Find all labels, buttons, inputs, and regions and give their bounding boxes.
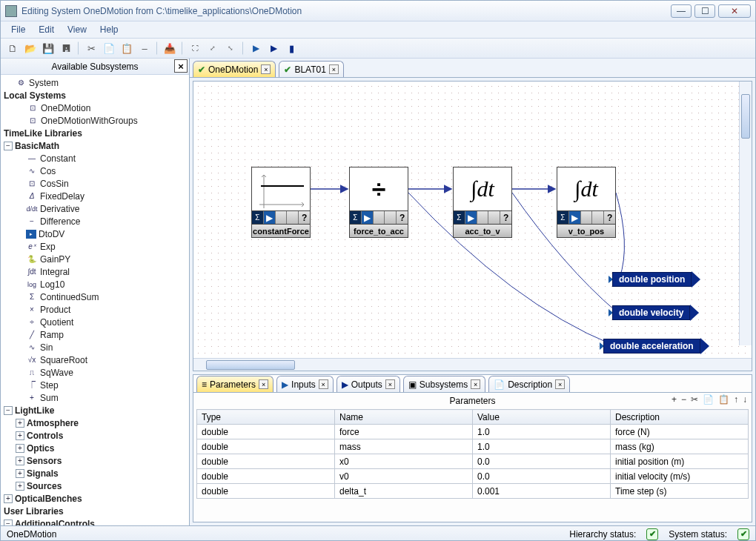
help-icon[interactable]: ? <box>397 211 408 224</box>
slot-icon[interactable] <box>385 211 397 224</box>
menu-view[interactable]: View <box>62 23 93 36</box>
horizontal-scrollbar[interactable] <box>193 358 752 371</box>
cell[interactable]: mass (kg) <box>611 439 749 454</box>
canvas[interactable]: Σ▶? constantForce ÷ Σ▶? force_to_acc ∫dt… <box>193 82 752 358</box>
sigma-icon[interactable]: Σ <box>454 211 465 224</box>
collapse-icon[interactable]: ⤡ <box>223 41 238 56</box>
col-value[interactable]: Value <box>473 410 611 425</box>
menu-file[interactable]: File <box>5 23 31 36</box>
tree-system[interactable]: System <box>29 78 59 88</box>
tree-local-systems[interactable]: Local Systems <box>4 90 66 101</box>
table-row[interactable]: doubleforce1.0force (N) <box>197 425 749 439</box>
expand-icon[interactable]: + <box>16 431 24 440</box>
remove-icon[interactable]: − <box>681 394 686 405</box>
tree-constant[interactable]: Constant <box>40 153 76 164</box>
slot-icon[interactable] <box>276 211 288 224</box>
table-row[interactable]: doublemass1.0mass (kg) <box>197 439 749 454</box>
cell[interactable]: double <box>197 469 335 484</box>
cell[interactable]: 0.0 <box>473 469 611 484</box>
tab-subsystems[interactable]: ▣Subsystems× <box>403 376 485 392</box>
fit-icon[interactable]: ⛶ <box>188 41 202 56</box>
table-row[interactable]: doublex00.0initial position (m) <box>197 454 749 469</box>
tree-user-libs[interactable]: User Libraries <box>4 506 64 517</box>
tree-sin[interactable]: Sin <box>40 342 53 353</box>
tree-product[interactable]: Product <box>40 305 70 315</box>
tree-fixeddelay[interactable]: FixedDelay <box>40 191 84 202</box>
block-v-to-pos[interactable]: ∫dt Σ▶? v_to_pos <box>557 167 616 238</box>
tab-description[interactable]: 📄Description× <box>488 376 570 392</box>
tree-sqwave[interactable]: SqWave <box>40 368 73 378</box>
tab-blat01[interactable]: ✔ BLAT01 × <box>279 61 343 77</box>
tree-atmosphere[interactable]: Atmosphere <box>27 418 79 428</box>
left-panel-close[interactable]: × <box>174 59 188 73</box>
cell[interactable]: double <box>197 454 335 469</box>
tree-onedmotion[interactable]: OneDMotion <box>41 103 90 113</box>
subsystem-tree[interactable]: ⚙System Local Systems ⊡OneDMotion ⊡OneDM… <box>1 75 189 525</box>
expand-icon[interactable]: + <box>16 457 24 465</box>
slot-icon[interactable] <box>374 211 385 224</box>
cell[interactable]: double <box>197 484 335 499</box>
tree-onedmotion-groups[interactable]: OneDMotionWithGroups <box>41 116 138 126</box>
tab-close-icon[interactable]: × <box>261 64 271 74</box>
expand-icon[interactable]: + <box>4 494 13 503</box>
saveall-icon[interactable]: 🖪 <box>59 41 73 56</box>
menu-help[interactable]: Help <box>94 23 125 36</box>
tab-onedmotion[interactable]: ✔ OneDMotion × <box>193 61 276 77</box>
tab-close-icon[interactable]: × <box>385 379 395 389</box>
output-double-position[interactable]: double position <box>609 271 700 288</box>
expand-icon[interactable]: ⤢ <box>205 41 220 56</box>
expand-icon[interactable]: + <box>16 419 24 428</box>
run-icon[interactable]: ▮ <box>284 41 299 56</box>
tree-sources[interactable]: Sources <box>27 481 62 491</box>
slot-icon[interactable] <box>581 211 593 224</box>
cell[interactable]: 1.0 <box>473 439 611 454</box>
tab-outputs[interactable]: ▶Outputs× <box>336 376 400 392</box>
slot-icon[interactable] <box>477 211 489 224</box>
tab-close-icon[interactable]: × <box>259 379 268 389</box>
block-force-to-acc[interactable]: ÷ Σ▶? force_to_acc <box>349 167 408 238</box>
tab-close-icon[interactable]: × <box>329 64 339 74</box>
tree-controls[interactable]: Controls <box>27 431 63 441</box>
scrollbar-thumb[interactable] <box>741 94 750 139</box>
collapse-icon[interactable]: − <box>4 520 13 526</box>
col-type[interactable]: Type <box>197 410 335 425</box>
cell[interactable]: force (N) <box>611 425 749 439</box>
sigma-icon[interactable]: Σ <box>252 211 264 224</box>
cut-icon[interactable]: ✂ <box>691 394 698 405</box>
cell[interactable]: 0.001 <box>473 484 611 499</box>
cell[interactable]: initial velocity (m/s) <box>611 469 749 484</box>
tree-difference[interactable]: Difference <box>40 216 80 227</box>
collapse-icon[interactable]: − <box>4 406 13 415</box>
up-icon[interactable]: ↑ <box>734 394 738 405</box>
tree-sum[interactable]: Sum <box>40 393 59 403</box>
cell[interactable]: v0 <box>335 469 473 484</box>
expand-icon[interactable]: + <box>16 444 24 453</box>
cell[interactable]: mass <box>335 439 473 454</box>
help-icon[interactable]: ? <box>500 211 511 224</box>
cell[interactable]: delta_t <box>335 484 473 499</box>
tree-contsum[interactable]: ContinuedSum <box>40 292 99 302</box>
output-double-velocity[interactable]: double velocity <box>609 305 699 321</box>
tree-integral[interactable]: Integral <box>40 267 70 277</box>
paste-icon[interactable]: 📋 <box>119 41 134 56</box>
slot-icon[interactable] <box>488 211 500 224</box>
collapse-icon[interactable]: − <box>4 142 13 150</box>
tab-inputs[interactable]: ▶Inputs× <box>276 376 334 392</box>
expand-icon[interactable]: + <box>16 469 24 478</box>
cell[interactable]: initial position (m) <box>611 454 749 469</box>
tree-optics[interactable]: Optics <box>27 443 54 454</box>
add-icon[interactable]: + <box>672 394 677 405</box>
tab-close-icon[interactable]: × <box>555 379 565 389</box>
tree-signals[interactable]: Signals <box>27 468 59 479</box>
port-icon[interactable]: ▶ <box>362 211 374 224</box>
slot-icon[interactable] <box>592 211 604 224</box>
cell[interactable]: x0 <box>335 454 473 469</box>
port-in-icon[interactable]: ▶ <box>248 41 263 56</box>
new-icon[interactable]: 🗋 <box>5 41 20 56</box>
cell[interactable]: force <box>335 425 473 439</box>
tree-gainpy[interactable]: GainPY <box>40 254 70 265</box>
port-out-icon[interactable]: ▶ <box>266 41 281 56</box>
maximize-button[interactable]: ☐ <box>694 4 715 18</box>
copy-icon[interactable]: 📄 <box>102 41 116 56</box>
tree-dtodv[interactable]: DtoDV <box>39 229 64 239</box>
